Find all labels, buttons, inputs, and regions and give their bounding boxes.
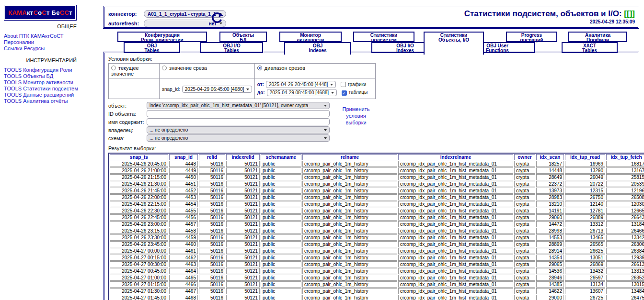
table-row: 2025-04-26 20:45:0044485011650121publicc… bbox=[110, 161, 644, 167]
cell-snap_id: 4468 bbox=[169, 295, 198, 300]
tab-статистики-подсистем[interactable]: Статистикиподсистем bbox=[353, 32, 414, 42]
cell-snap_id: 4453 bbox=[169, 194, 198, 200]
range-to-select[interactable]: 2025-04-29 08:45:00 [4688] bbox=[267, 89, 337, 96]
table-row: 2025-04-27 01:45:0044685011650121publicc… bbox=[110, 295, 644, 300]
cell-snap_ts: 2025-04-26 22:15:00 bbox=[110, 201, 168, 207]
object-select[interactable]: index 'crcomp_idx_pair_ohlc_1m_hist_meta… bbox=[147, 102, 330, 109]
chevron-down-icon bbox=[324, 129, 327, 131]
cell-relid: 50116 bbox=[199, 208, 225, 214]
table-row: 2025-04-27 00:45:0044645011650121publicc… bbox=[110, 268, 644, 274]
cell-relname: crcomp_pair_ohlc_1m_history bbox=[302, 295, 397, 300]
sidebar-section-tools: ИНСТРУМЕНТАРИЙ bbox=[4, 57, 77, 63]
owner-select[interactable]: ... не определено bbox=[147, 126, 330, 133]
schema-label: схема: bbox=[108, 135, 147, 141]
cell-relname: crcomp_pair_ohlc_1m_history bbox=[302, 161, 397, 167]
cell-indexrelname: crcomp_idx_pair_ohlc_1m_hist_metadata_01 bbox=[398, 161, 513, 167]
cell-snap_id: 4466 bbox=[169, 281, 198, 288]
cell-idx_tup_read: 12140 bbox=[565, 201, 605, 207]
cell-indexrelname: crcomp_idx_pair_ohlc_1m_hist_metadata_01 bbox=[398, 268, 513, 274]
radio-snapshot-value[interactable] bbox=[162, 66, 167, 70]
apply-filter-link[interactable]: Применить условия выборки bbox=[337, 106, 375, 126]
title-brackets: [[]] bbox=[624, 9, 635, 18]
radio-range[interactable] bbox=[257, 66, 262, 70]
cell-snap_ts: 2025-04-26 21:00:00 bbox=[110, 167, 168, 174]
cell-idx_tup_read: 13290 bbox=[565, 167, 605, 174]
cell-snap_ts: 2025-04-27 00:15:00 bbox=[110, 255, 168, 261]
cell-schemaname: public bbox=[261, 208, 301, 214]
filter-conditions-table: текущее значение значение среза диапазон… bbox=[108, 63, 376, 99]
cell-snap_ts: 2025-04-26 21:45:00 bbox=[110, 188, 168, 194]
cell-idx_tup_read: 26889 bbox=[565, 214, 605, 221]
tab-obj-i-o-tables[interactable]: OBJ I/OTables bbox=[200, 42, 263, 53]
tables-checkbox-label: таблицы bbox=[349, 89, 368, 95]
tab-конфигурация-роли-привелегии[interactable]: КонфигурацияРоли, привелегии bbox=[117, 32, 207, 42]
column-header-idx_scan: idx_scan bbox=[536, 154, 564, 160]
sidebar-link-tools-5[interactable]: TOOLS Аналитика отчёты bbox=[4, 98, 100, 104]
column-header-relid: relid bbox=[199, 154, 225, 160]
sidebar-link-general-2[interactable]: Ссылки Ресурсы bbox=[4, 45, 100, 52]
app-logo[interactable]: КАМАктСоСт БеССт bbox=[4, 5, 77, 21]
range-from-select[interactable]: 2025-04-26 20:45:00 [4448] bbox=[266, 81, 336, 88]
tables-checkbox[interactable] bbox=[342, 90, 347, 96]
cell-schemaname: public bbox=[261, 188, 301, 194]
cell-schemaname: public bbox=[261, 174, 301, 180]
tab-obj-indexes[interactable]: OBJIndexes bbox=[284, 42, 351, 55]
cell-idx_tup_fetch: 13167 bbox=[606, 167, 644, 174]
cell-indexrelid: 50121 bbox=[226, 255, 260, 261]
schema-select[interactable]: ... не определено bbox=[147, 134, 330, 142]
name-contains-input[interactable] bbox=[147, 118, 330, 125]
tab-xact-tables[interactable]: XACTTables bbox=[562, 42, 618, 53]
refresh-icon[interactable] bbox=[211, 11, 223, 26]
cell-indexrelname: crcomp_idx_pair_ohlc_1m_hist_metadata_01 bbox=[398, 188, 513, 194]
tab-progress-операций[interactable]: Progressопераций bbox=[506, 32, 557, 42]
sidebar-link-tools-0[interactable]: TOOLS Конфигурация Роли bbox=[4, 67, 100, 73]
table-row: 2025-04-26 21:00:0044495011650121publicc… bbox=[110, 167, 644, 174]
logo-letter: т bbox=[69, 9, 72, 16]
sidebar-link-general-0[interactable]: About ПТК КАМАктСоСТ bbox=[4, 33, 100, 39]
cell-indexrelname: crcomp_idx_pair_ohlc_1m_hist_metadata_01 bbox=[398, 234, 513, 241]
cell-idx_tup_fetch: 13342 bbox=[606, 234, 644, 241]
cell-idx_tup_read: 26049 bbox=[565, 174, 605, 180]
cell-idx_scan: 22372 bbox=[536, 181, 564, 187]
cell-snap_id: 4459 bbox=[169, 234, 198, 241]
sidebar-link-tools-3[interactable]: TOOLS Статистики подсистем bbox=[4, 86, 100, 92]
range-from-label: от: bbox=[257, 82, 264, 87]
sidebar-link-tools-2[interactable]: TOOLS Монитор активности bbox=[4, 79, 100, 86]
cell-relid: 50116 bbox=[199, 181, 225, 187]
cell-owner: crypta bbox=[514, 255, 535, 261]
tab-монитор-активности[interactable]: Мониторактивности bbox=[279, 32, 342, 42]
cell-snap_ts: 2025-04-26 22:00:00 bbox=[110, 194, 168, 200]
cell-idx_tup_read: 12315 bbox=[565, 188, 605, 194]
chevron-down-icon bbox=[324, 105, 327, 107]
cell-snap_id: 4462 bbox=[169, 255, 198, 261]
tab-аналитика-профили[interactable]: АналитикаПрофили bbox=[568, 32, 627, 42]
cell-snap_ts: 2025-04-26 21:30:00 bbox=[110, 181, 168, 187]
snap-id-select[interactable]: 2025-04-29 06:45:00 [4680] bbox=[182, 86, 252, 93]
sidebar: КАМАктСоСт БеССт ОБЩЕЕ About ПТК КАМАктС… bbox=[4, 5, 100, 104]
tab-объекты-бд[interactable]: ОбъектыБД bbox=[219, 32, 267, 42]
cell-snap_ts: 2025-04-26 21:15:00 bbox=[110, 174, 168, 180]
cell-idx_scan: 14553 bbox=[536, 234, 564, 241]
sidebar-link-general-1[interactable]: Персоналии bbox=[4, 39, 100, 45]
tab-label: Tables bbox=[125, 48, 179, 53]
cell-idx_tup_fetch: 13015 bbox=[606, 281, 644, 288]
cell-idx_tup_read: 20722 bbox=[565, 181, 605, 187]
cell-indexrelid: 50121 bbox=[226, 281, 260, 288]
table-row: 2025-04-27 01:30:0044675011650121publicc… bbox=[110, 288, 644, 294]
cell-relname: crcomp_pair_ohlc_1m_history bbox=[302, 221, 397, 227]
charts-checkbox[interactable] bbox=[341, 82, 346, 87]
cell-indexrelid: 50121 bbox=[226, 248, 260, 254]
sidebar-link-tools-1[interactable]: TOOLS Объекты БД bbox=[4, 73, 100, 79]
table-row: 2025-04-27 00:00:0044615011650121publicc… bbox=[110, 248, 644, 254]
tab-obj-tables[interactable]: OBJTables bbox=[124, 42, 180, 53]
radio-current-value[interactable] bbox=[111, 66, 116, 70]
object-id-input[interactable] bbox=[147, 110, 330, 117]
cell-indexrelname: crcomp_idx_pair_ohlc_1m_hist_metadata_01 bbox=[398, 201, 513, 207]
cell-owner: crypta bbox=[514, 295, 535, 300]
table-row: 2025-04-27 00:15:0044625011650121publicc… bbox=[110, 255, 644, 261]
sidebar-link-tools-4[interactable]: TOOLS Данные расширений bbox=[4, 92, 100, 98]
tab-статистики-объекты-i-o[interactable]: СтатистикиОбъекты, I/O bbox=[424, 32, 484, 55]
cell-indexrelname: crcomp_idx_pair_ohlc_1m_hist_metadata_01 bbox=[398, 295, 513, 300]
cell-idx_scan: 14354 bbox=[536, 255, 564, 261]
cell-indexrelname: crcomp_idx_pair_ohlc_1m_hist_metadata_01 bbox=[398, 281, 513, 288]
